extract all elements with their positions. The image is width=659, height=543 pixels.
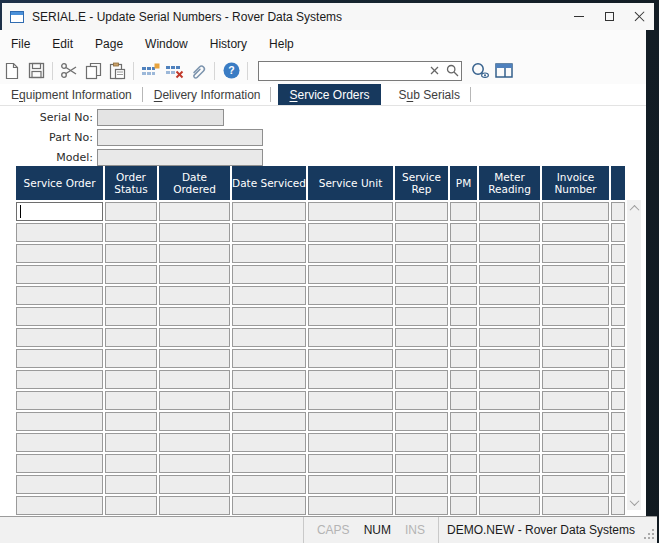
table-cell[interactable] — [105, 433, 157, 452]
table-cell[interactable] — [611, 454, 625, 473]
table-cell[interactable] — [232, 391, 306, 410]
clear-search-button[interactable] — [425, 62, 443, 80]
table-cell[interactable] — [542, 286, 609, 305]
table-cell[interactable] — [105, 202, 157, 221]
table-cell[interactable] — [16, 412, 103, 431]
table-cell[interactable] — [611, 265, 625, 284]
table-cell[interactable] — [105, 454, 157, 473]
table-cell[interactable] — [308, 328, 393, 347]
table-cell[interactable] — [611, 223, 625, 242]
table-cell[interactable] — [308, 370, 393, 389]
table-cell[interactable] — [105, 391, 157, 410]
table-cell[interactable] — [542, 223, 609, 242]
table-cell[interactable] — [450, 412, 477, 431]
table-cell[interactable] — [395, 454, 448, 473]
tab-service-orders[interactable]: Service Orders — [278, 84, 380, 105]
table-cell[interactable] — [479, 244, 540, 263]
focused-table-cell[interactable] — [16, 202, 103, 221]
table-cell[interactable] — [450, 328, 477, 347]
table-cell[interactable] — [479, 307, 540, 326]
table-cell[interactable] — [16, 265, 103, 284]
table-cell[interactable] — [395, 307, 448, 326]
table-cell[interactable] — [105, 265, 157, 284]
table-cell[interactable] — [450, 202, 477, 221]
minimize-button[interactable] — [564, 3, 594, 30]
table-cell[interactable] — [542, 433, 609, 452]
table-cell[interactable] — [232, 349, 306, 368]
table-cell[interactable] — [159, 328, 230, 347]
table-cell[interactable] — [308, 496, 393, 515]
new-document-button[interactable] — [0, 60, 24, 82]
copy-button[interactable] — [81, 60, 105, 82]
table-cell[interactable] — [232, 433, 306, 452]
table-cell[interactable] — [16, 433, 103, 452]
table-cell[interactable] — [159, 307, 230, 326]
help-button[interactable]: ? — [219, 60, 243, 82]
table-cell[interactable] — [159, 265, 230, 284]
paste-button[interactable] — [105, 60, 129, 82]
table-cell[interactable] — [450, 370, 477, 389]
table-cell[interactable] — [611, 475, 625, 494]
table-cell[interactable] — [479, 202, 540, 221]
table-cell[interactable] — [450, 349, 477, 368]
table-cell[interactable] — [611, 307, 625, 326]
table-cell[interactable] — [542, 412, 609, 431]
table-cell[interactable] — [611, 328, 625, 347]
table-cell[interactable] — [479, 433, 540, 452]
table-cell[interactable] — [450, 496, 477, 515]
table-cell[interactable] — [308, 202, 393, 221]
table-cell[interactable] — [308, 265, 393, 284]
table-cell[interactable] — [611, 433, 625, 452]
table-cell[interactable] — [105, 496, 157, 515]
search-input[interactable] — [259, 63, 425, 79]
vertical-scrollbar[interactable] — [627, 200, 641, 510]
table-cell[interactable] — [159, 475, 230, 494]
table-cell[interactable] — [542, 307, 609, 326]
table-cell[interactable] — [611, 286, 625, 305]
table-cell[interactable] — [308, 307, 393, 326]
table-cell[interactable] — [450, 307, 477, 326]
table-cell[interactable] — [16, 223, 103, 242]
table-cell[interactable] — [395, 265, 448, 284]
table-cell[interactable] — [16, 370, 103, 389]
table-cell[interactable] — [105, 244, 157, 263]
table-cell[interactable] — [159, 433, 230, 452]
table-cell[interactable] — [232, 328, 306, 347]
table-cell[interactable] — [395, 202, 448, 221]
table-cell[interactable] — [232, 496, 306, 515]
table-cell[interactable] — [159, 349, 230, 368]
table-cell[interactable] — [611, 412, 625, 431]
table-cell[interactable] — [450, 265, 477, 284]
table-cell[interactable] — [16, 454, 103, 473]
table-cell[interactable] — [479, 223, 540, 242]
table-cell[interactable] — [159, 202, 230, 221]
table-cell[interactable] — [232, 265, 306, 284]
insert-rows-button[interactable] — [138, 60, 162, 82]
table-cell[interactable] — [542, 328, 609, 347]
table-cell[interactable] — [16, 328, 103, 347]
table-cell[interactable] — [308, 475, 393, 494]
table-cell[interactable] — [308, 391, 393, 410]
table-cell[interactable] — [232, 475, 306, 494]
resize-grip[interactable] — [643, 517, 657, 543]
table-cell[interactable] — [479, 286, 540, 305]
table-cell[interactable] — [542, 202, 609, 221]
attachment-button[interactable] — [186, 60, 210, 82]
delete-rows-button[interactable] — [162, 60, 186, 82]
table-cell[interactable] — [395, 370, 448, 389]
model-field[interactable] — [97, 149, 263, 166]
tab-sub-serials[interactable]: Sub Serials — [388, 84, 471, 105]
table-cell[interactable] — [105, 307, 157, 326]
table-cell[interactable] — [232, 370, 306, 389]
table-cell[interactable] — [159, 223, 230, 242]
table-cell[interactable] — [542, 349, 609, 368]
table-cell[interactable] — [105, 412, 157, 431]
table-cell[interactable] — [159, 496, 230, 515]
table-cell[interactable] — [308, 244, 393, 263]
table-cell[interactable] — [450, 223, 477, 242]
table-cell[interactable] — [308, 349, 393, 368]
cut-button[interactable] — [57, 60, 81, 82]
menu-window[interactable]: Window — [134, 31, 199, 57]
table-cell[interactable] — [479, 454, 540, 473]
table-cell[interactable] — [479, 391, 540, 410]
